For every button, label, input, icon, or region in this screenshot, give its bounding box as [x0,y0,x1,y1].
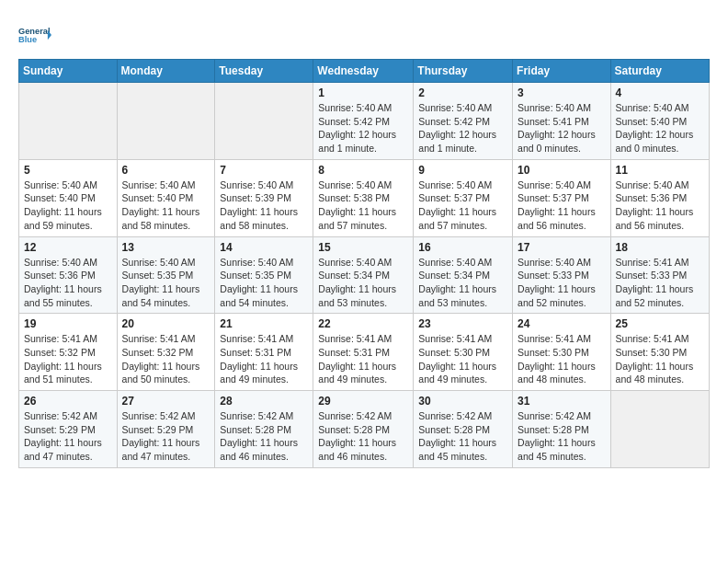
day-number: 12 [24,241,112,254]
day-number: 28 [220,395,308,408]
day-info: Sunrise: 5:41 AMSunset: 5:33 PMDaylight:… [616,256,704,310]
day-info: Sunrise: 5:42 AMSunset: 5:28 PMDaylight:… [418,409,507,464]
day-cell: 20Sunrise: 5:41 AMSunset: 5:32 PMDayligh… [117,314,215,391]
day-info: Sunrise: 5:42 AMSunset: 5:29 PMDaylight:… [122,409,210,464]
day-cell: 19Sunrise: 5:41 AMSunset: 5:32 PMDayligh… [19,314,118,391]
day-cell: 29Sunrise: 5:42 AMSunset: 5:28 PMDayligh… [313,391,414,468]
day-info: Sunrise: 5:40 AMSunset: 5:40 PMDaylight:… [122,178,210,233]
day-cell: 28Sunrise: 5:42 AMSunset: 5:28 PMDayligh… [215,391,313,468]
day-info: Sunrise: 5:41 AMSunset: 5:31 PMDaylight:… [318,332,408,386]
day-cell: 5Sunrise: 5:40 AMSunset: 5:40 PMDaylight… [19,159,118,236]
day-info: Sunrise: 5:40 AMSunset: 5:35 PMDaylight:… [220,256,308,310]
day-info: Sunrise: 5:42 AMSunset: 5:28 PMDaylight:… [518,409,606,464]
day-number: 9 [418,164,507,177]
day-number: 23 [418,317,507,330]
day-cell: 27Sunrise: 5:42 AMSunset: 5:29 PMDayligh… [117,391,215,468]
day-cell: 21Sunrise: 5:41 AMSunset: 5:31 PMDayligh… [215,314,313,391]
day-number: 5 [24,164,112,177]
day-cell: 11Sunrise: 5:40 AMSunset: 5:36 PMDayligh… [610,159,709,236]
day-cell: 14Sunrise: 5:40 AMSunset: 5:35 PMDayligh… [215,236,313,314]
day-cell [215,83,313,160]
day-number: 30 [418,395,507,408]
day-cell: 15Sunrise: 5:40 AMSunset: 5:34 PMDayligh… [313,236,414,314]
day-number: 3 [518,86,606,99]
day-info: Sunrise: 5:40 AMSunset: 5:42 PMDaylight:… [318,101,408,155]
day-number: 31 [518,395,606,408]
weekday-header-friday: Friday [513,60,611,83]
week-row-2: 5Sunrise: 5:40 AMSunset: 5:40 PMDaylight… [19,159,710,236]
day-number: 7 [220,164,308,177]
week-row-5: 26Sunrise: 5:42 AMSunset: 5:29 PMDayligh… [19,391,710,468]
day-cell: 7Sunrise: 5:40 AMSunset: 5:39 PMDaylight… [215,159,313,236]
day-info: Sunrise: 5:40 AMSunset: 5:40 PMDaylight:… [24,178,112,233]
day-cell: 22Sunrise: 5:41 AMSunset: 5:31 PMDayligh… [313,314,414,391]
calendar-table: SundayMondayTuesdayWednesdayThursdayFrid… [18,59,710,468]
day-cell: 26Sunrise: 5:42 AMSunset: 5:29 PMDayligh… [19,391,118,468]
day-cell: 25Sunrise: 5:41 AMSunset: 5:30 PMDayligh… [610,314,709,391]
day-info: Sunrise: 5:40 AMSunset: 5:40 PMDaylight:… [616,101,704,155]
logo: General Blue [18,18,51,52]
weekday-header-wednesday: Wednesday [313,60,414,83]
day-number: 18 [616,241,704,254]
day-number: 19 [24,317,112,330]
day-info: Sunrise: 5:40 AMSunset: 5:34 PMDaylight:… [318,256,408,310]
day-number: 16 [418,241,507,254]
weekday-header-thursday: Thursday [414,60,513,83]
day-number: 13 [122,241,210,254]
day-info: Sunrise: 5:41 AMSunset: 5:30 PMDaylight:… [418,332,507,386]
day-number: 15 [318,241,408,254]
header: General Blue [18,15,710,52]
svg-text:Blue: Blue [18,35,37,44]
day-cell: 16Sunrise: 5:40 AMSunset: 5:34 PMDayligh… [414,236,513,314]
day-cell: 4Sunrise: 5:40 AMSunset: 5:40 PMDaylight… [610,83,709,160]
day-info: Sunrise: 5:40 AMSunset: 5:37 PMDaylight:… [418,178,507,233]
day-cell: 2Sunrise: 5:40 AMSunset: 5:42 PMDaylight… [414,83,513,160]
day-number: 26 [24,395,112,408]
day-number: 10 [518,164,606,177]
day-cell: 1Sunrise: 5:40 AMSunset: 5:42 PMDaylight… [313,83,414,160]
week-row-1: 1Sunrise: 5:40 AMSunset: 5:42 PMDaylight… [19,83,710,160]
day-info: Sunrise: 5:42 AMSunset: 5:28 PMDaylight:… [318,409,408,464]
day-info: Sunrise: 5:41 AMSunset: 5:32 PMDaylight:… [24,332,112,386]
day-info: Sunrise: 5:40 AMSunset: 5:35 PMDaylight:… [122,256,210,310]
page: General Blue SundayMondayTuesdayWednesda… [0,0,728,563]
day-number: 2 [418,86,507,99]
day-cell [610,391,709,468]
logo-svg: General Blue [18,18,51,52]
day-cell: 10Sunrise: 5:40 AMSunset: 5:37 PMDayligh… [513,159,611,236]
weekday-header-row: SundayMondayTuesdayWednesdayThursdayFrid… [19,60,710,83]
day-number: 4 [616,86,704,99]
day-number: 14 [220,241,308,254]
day-cell: 24Sunrise: 5:41 AMSunset: 5:30 PMDayligh… [513,314,611,391]
day-info: Sunrise: 5:40 AMSunset: 5:39 PMDaylight:… [220,178,308,233]
day-info: Sunrise: 5:40 AMSunset: 5:36 PMDaylight:… [616,178,704,233]
day-cell [117,83,215,160]
day-info: Sunrise: 5:40 AMSunset: 5:33 PMDaylight:… [518,256,606,310]
day-cell: 18Sunrise: 5:41 AMSunset: 5:33 PMDayligh… [610,236,709,314]
weekday-header-sunday: Sunday [19,60,118,83]
weekday-header-saturday: Saturday [610,60,709,83]
day-cell: 13Sunrise: 5:40 AMSunset: 5:35 PMDayligh… [117,236,215,314]
day-info: Sunrise: 5:41 AMSunset: 5:30 PMDaylight:… [616,332,704,386]
day-cell: 31Sunrise: 5:42 AMSunset: 5:28 PMDayligh… [513,391,611,468]
day-number: 29 [318,395,408,408]
day-cell: 23Sunrise: 5:41 AMSunset: 5:30 PMDayligh… [414,314,513,391]
day-info: Sunrise: 5:40 AMSunset: 5:34 PMDaylight:… [418,256,507,310]
day-number: 1 [318,86,408,99]
day-info: Sunrise: 5:41 AMSunset: 5:32 PMDaylight:… [122,332,210,386]
day-number: 25 [616,317,704,330]
day-info: Sunrise: 5:41 AMSunset: 5:30 PMDaylight:… [518,332,606,386]
day-info: Sunrise: 5:40 AMSunset: 5:37 PMDaylight:… [518,178,606,233]
weekday-header-tuesday: Tuesday [215,60,313,83]
day-info: Sunrise: 5:40 AMSunset: 5:42 PMDaylight:… [418,101,507,155]
day-number: 8 [318,164,408,177]
day-info: Sunrise: 5:40 AMSunset: 5:38 PMDaylight:… [318,178,408,233]
day-cell: 12Sunrise: 5:40 AMSunset: 5:36 PMDayligh… [19,236,118,314]
day-cell: 30Sunrise: 5:42 AMSunset: 5:28 PMDayligh… [414,391,513,468]
day-number: 17 [518,241,606,254]
day-cell: 9Sunrise: 5:40 AMSunset: 5:37 PMDaylight… [414,159,513,236]
day-info: Sunrise: 5:40 AMSunset: 5:41 PMDaylight:… [518,101,606,155]
day-number: 21 [220,317,308,330]
day-number: 6 [122,164,210,177]
weekday-header-monday: Monday [117,60,215,83]
